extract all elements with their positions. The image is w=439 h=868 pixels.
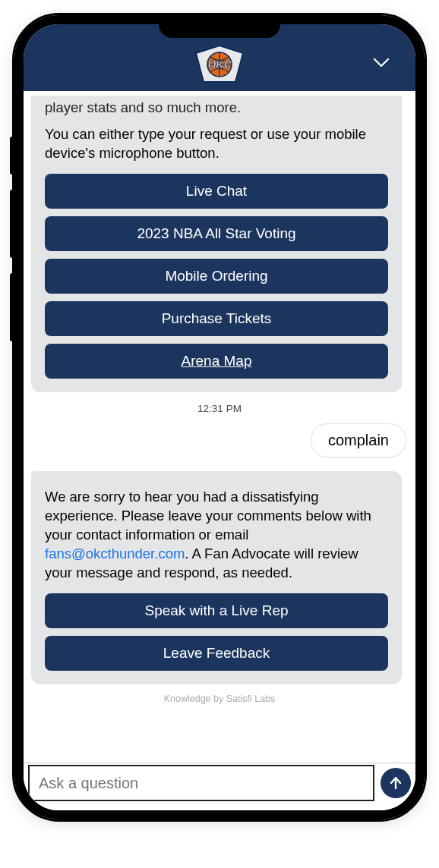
quick-reply-purchase-tickets[interactable]: Purchase Tickets (45, 301, 388, 336)
quick-reply-speak-live-rep[interactable]: Speak with a Live Rep (45, 593, 388, 628)
chat-scroll-area[interactable]: player stats and so much more. You can e… (24, 91, 415, 763)
quick-reply-leave-feedback[interactable]: Leave Feedback (45, 636, 388, 671)
app-screen: OKC player stats and so much more. You c… (24, 24, 415, 810)
send-button[interactable] (381, 768, 411, 798)
message-timestamp: 12:31 PM (30, 403, 409, 414)
bot-truncated-text: player stats and so much more. (45, 99, 388, 118)
phone-frame: OKC player stats and so much more. You c… (14, 15, 425, 819)
phone-volume-up-button (10, 190, 14, 258)
bot-response-text: We are sorry to hear you had a dissatisf… (45, 488, 388, 583)
quick-reply-live-chat[interactable]: Live Chat (45, 174, 388, 209)
quick-reply-arena-map[interactable]: Arena Map (45, 344, 388, 379)
phone-volume-down-button (10, 273, 14, 341)
message-input[interactable] (28, 765, 374, 801)
team-logo-icon: OKC (193, 44, 246, 85)
arrow-up-icon (388, 775, 403, 791)
attribution-text: Knowledge by Satisfi Labs (30, 693, 409, 704)
bot-message: player stats and so much more. You can e… (31, 96, 402, 392)
svg-text:OKC: OKC (207, 58, 232, 71)
bot-message: We are sorry to hear you had a dissatisf… (31, 471, 402, 684)
collapse-chevron-icon[interactable] (373, 58, 390, 71)
bot-intro-text: You can either type your request or use … (45, 125, 388, 163)
phone-side-button (10, 137, 14, 175)
contact-email-link[interactable]: fans@okcthunder.com (45, 546, 185, 561)
user-message: complain (311, 423, 406, 458)
phone-notch (159, 15, 280, 38)
quick-reply-mobile-ordering[interactable]: Mobile Ordering (45, 259, 388, 294)
user-message-row: complain (30, 423, 409, 468)
message-input-bar (24, 763, 415, 810)
quick-reply-all-star-voting[interactable]: 2023 NBA All Star Voting (45, 216, 388, 251)
bot-text-segment: We are sorry to hear you had a dissatisf… (45, 489, 371, 542)
